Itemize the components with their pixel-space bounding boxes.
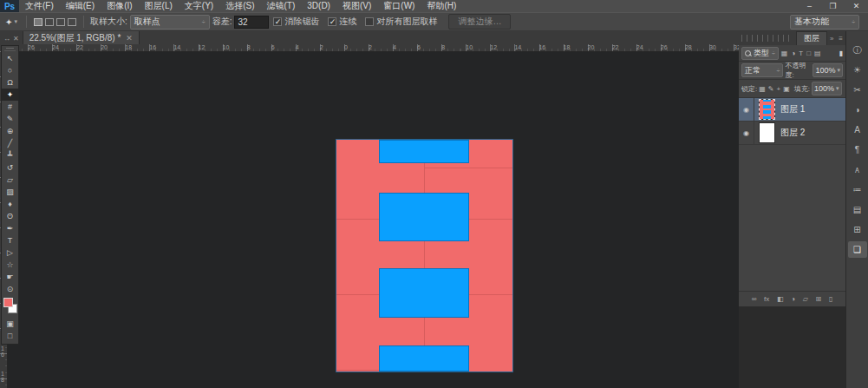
layer-effects-icon[interactable]: fx [764, 295, 769, 303]
layer-thumbnail[interactable] [759, 99, 775, 120]
menu-item-7[interactable]: 3D(D) [301, 0, 336, 12]
sample-all-layers-checkbox[interactable]: 对所有图层取样 [365, 16, 437, 28]
marquee-tool[interactable]: ○ [2, 64, 18, 76]
eyedropper-tool[interactable]: ✎ [2, 113, 18, 125]
actions-panel-icon[interactable]: ✂ [848, 82, 867, 98]
foreground-color-swatch[interactable] [3, 298, 13, 307]
menu-item-2[interactable]: 图像(I) [101, 0, 138, 12]
menu-item-3[interactable]: 图层(L) [139, 0, 179, 12]
add-layer-mask-icon[interactable]: ◧ [777, 295, 784, 303]
lock-all-icon[interactable]: ▣ [783, 85, 790, 93]
menu-item-4[interactable]: 文字(Y) [179, 0, 219, 12]
crop-tool[interactable]: # [2, 101, 18, 113]
anti-alias-checkbox[interactable]: ✓ 消除锯齿 [273, 16, 319, 28]
color-panel-icon[interactable]: ◑ [848, 102, 867, 118]
new-layer-icon[interactable]: ⊞ [816, 295, 822, 303]
layers-tab[interactable]: 图层 [796, 31, 827, 45]
zoom-tool[interactable]: ⊙ [2, 283, 18, 295]
glyphs-panel-icon[interactable]: ᴀ [848, 161, 867, 178]
visibility-toggle[interactable]: ◉ [739, 122, 754, 144]
document-tab[interactable]: 22.5%(图层 1, RGB/8) * ✕ [23, 30, 140, 44]
brush-tool[interactable]: ╱ [2, 137, 18, 149]
adjustment-layer-icon[interactable]: ◑ [791, 295, 795, 303]
history-brush-tool[interactable]: ↺ [2, 161, 18, 174]
link-layers-icon[interactable]: ∞ [752, 295, 757, 303]
visibility-toggle[interactable]: ◉ [739, 98, 754, 121]
channels-panel-icon[interactable]: ▤ [848, 201, 867, 218]
paths-panel-icon[interactable]: ⊞ [848, 221, 867, 238]
contiguous-checkbox[interactable]: ✓ 连续 [328, 16, 356, 28]
quick-mask-button[interactable]: ▣ [2, 318, 18, 330]
opacity-value-box[interactable]: 100% ▾ [813, 63, 843, 77]
tool-preset-picker[interactable]: ✦ ▾ [0, 17, 23, 27]
path-selection-tool[interactable]: ▷ [2, 247, 18, 259]
filter-type-layers-icon[interactable]: T [799, 49, 803, 57]
tolerance-input[interactable] [234, 16, 269, 29]
info-panel-icon[interactable]: ⓘ [848, 42, 867, 58]
hand-tool[interactable]: ☛ [2, 271, 18, 283]
add-to-selection-button[interactable] [45, 18, 54, 26]
layer-name[interactable]: 图层 2 [780, 127, 805, 139]
dock-close-icon[interactable]: ✕ [13, 35, 19, 43]
magic-wand-tool[interactable]: ✦ [2, 89, 18, 101]
filter-adjustment-layers-icon[interactable]: ◑ [791, 49, 795, 57]
menu-item-8[interactable]: 视图(V) [336, 0, 377, 12]
type-tool[interactable]: T [2, 234, 18, 247]
layers-panel-icon[interactable]: ❏ [848, 241, 867, 258]
menu-item-10[interactable]: 帮助(H) [421, 0, 462, 12]
menu-item-5[interactable]: 选择(S) [219, 0, 260, 12]
layer-name[interactable]: 图层 1 [780, 103, 805, 115]
close-button[interactable]: ✕ [845, 0, 868, 12]
workspace-dropdown[interactable]: 基本功能 ÷ [790, 15, 859, 30]
pen-tool[interactable]: ✒ [2, 222, 18, 234]
properties-panel-icon[interactable]: ≔ [848, 181, 867, 198]
screen-mode-button[interactable]: □ [2, 330, 18, 342]
collapse-panels-icon[interactable]: » [827, 35, 836, 43]
new-group-icon[interactable]: ▱ [803, 295, 808, 303]
paragraph-panel-icon[interactable]: ¶ [848, 141, 867, 158]
filter-type-dropdown[interactable]: 类型 ÷ [741, 47, 779, 60]
menu-item-1[interactable]: 编辑(E) [60, 0, 101, 12]
dock-arrange-icon[interactable]: ↔ [3, 35, 10, 43]
document-canvas[interactable] [336, 140, 512, 372]
refine-edge-button[interactable]: 调整边缘… [448, 14, 511, 30]
menu-item-9[interactable]: 窗口(W) [377, 0, 421, 12]
panel-menu-icon[interactable]: ≡ [836, 35, 845, 43]
filter-smart-objects-icon[interactable]: ▤ [814, 49, 821, 57]
sample-size-dropdown[interactable]: 取样点 ÷ [130, 15, 210, 30]
minimize-button[interactable]: – [798, 0, 821, 12]
fill-value-box[interactable]: 100% ▾ [812, 82, 842, 95]
lasso-tool[interactable]: Ω [2, 76, 18, 89]
lock-position-icon[interactable]: + [777, 85, 781, 93]
shape-tool[interactable]: ☆ [2, 259, 18, 271]
filter-pixel-layers-icon[interactable]: ▦ [781, 49, 788, 57]
lock-paint-icon[interactable]: ✎ [768, 85, 774, 93]
delete-layer-icon[interactable]: ▯ [829, 295, 832, 303]
filter-shape-layers-icon[interactable]: □ [806, 49, 811, 57]
blend-mode-dropdown[interactable]: 正常 ÷ [741, 63, 783, 77]
new-selection-button[interactable] [34, 18, 42, 26]
layer-thumbnail[interactable] [759, 122, 775, 143]
dodge-tool[interactable]: ʘ [2, 210, 18, 222]
adjustments-panel-icon[interactable]: ☀ [848, 62, 867, 78]
character-panel-icon[interactable]: A [848, 122, 867, 138]
layer-row-2[interactable]: ◉ 图层 2 [739, 122, 845, 145]
move-tool[interactable]: ↖ [2, 52, 18, 64]
close-icon[interactable]: ✕ [126, 34, 133, 43]
horizontal-ruler[interactable]: 2624222018161412108642024681012141618202… [0, 44, 739, 52]
filter-toggle-icon[interactable]: ▮ [839, 49, 843, 57]
h-ruler-label: 18 [125, 44, 132, 51]
panel-grip[interactable] [4, 46, 16, 51]
restore-button[interactable]: ❐ [821, 0, 845, 12]
gradient-tool[interactable]: ▨ [2, 186, 18, 198]
clone-stamp-tool[interactable]: ┻ [2, 149, 18, 161]
blur-tool[interactable]: ♦ [2, 198, 18, 210]
intersect-selection-button[interactable] [68, 18, 76, 26]
menu-item-6[interactable]: 滤镜(T) [261, 0, 302, 12]
menu-item-0[interactable]: 文件(F) [19, 0, 60, 12]
eraser-tool[interactable]: ▱ [2, 174, 18, 186]
lock-transparency-icon[interactable]: ▦ [759, 85, 766, 93]
spot-healing-tool[interactable]: ⊕ [2, 125, 18, 137]
layer-row-1[interactable]: ◉ 图层 1 [739, 98, 845, 122]
subtract-from-selection-button[interactable] [56, 18, 65, 26]
